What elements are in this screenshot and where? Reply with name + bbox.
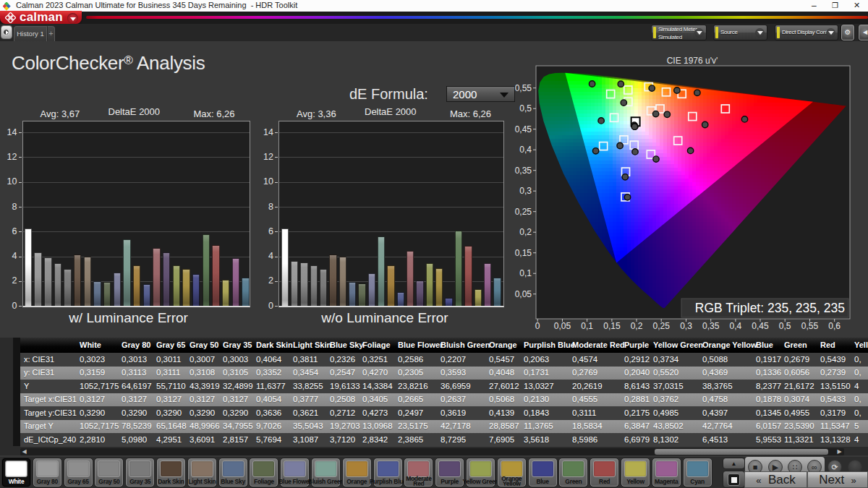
svg-text:0,25: 0,25 bbox=[515, 207, 532, 217]
svg-text:0,45: 0,45 bbox=[752, 321, 769, 331]
svg-text:0,1: 0,1 bbox=[519, 268, 532, 278]
svg-text:0,15: 0,15 bbox=[603, 321, 621, 331]
svg-text:0,3: 0,3 bbox=[519, 186, 532, 196]
svg-text:0,35: 0,35 bbox=[515, 166, 532, 176]
svg-text:0,05: 0,05 bbox=[515, 289, 532, 299]
svg-text:0,35: 0,35 bbox=[702, 321, 720, 331]
svg-text:0,2: 0,2 bbox=[519, 227, 532, 237]
svg-text:0,3: 0,3 bbox=[680, 321, 692, 331]
svg-text:0,6: 0,6 bbox=[828, 321, 841, 331]
svg-text:0,4: 0,4 bbox=[730, 321, 742, 331]
svg-text:0,2: 0,2 bbox=[631, 321, 643, 331]
svg-text:0,4: 0,4 bbox=[519, 145, 532, 155]
svg-text:0,5: 0,5 bbox=[519, 103, 532, 114]
svg-text:CIE 1976 u'v': CIE 1976 u'v' bbox=[667, 56, 718, 66]
svg-text:0,55: 0,55 bbox=[801, 321, 819, 331]
svg-text:0,1: 0,1 bbox=[581, 321, 593, 331]
svg-text:0,5: 0,5 bbox=[779, 321, 791, 331]
svg-text:RGB Triplet: 235, 235, 235: RGB Triplet: 235, 235, 235 bbox=[695, 301, 845, 315]
svg-text:0,25: 0,25 bbox=[653, 321, 671, 331]
svg-text:0,55: 0,55 bbox=[515, 83, 532, 93]
svg-text:0,45: 0,45 bbox=[515, 124, 532, 134]
svg-text:0,15: 0,15 bbox=[515, 248, 532, 258]
svg-text:0: 0 bbox=[535, 321, 540, 331]
svg-text:0,05: 0,05 bbox=[554, 321, 571, 331]
